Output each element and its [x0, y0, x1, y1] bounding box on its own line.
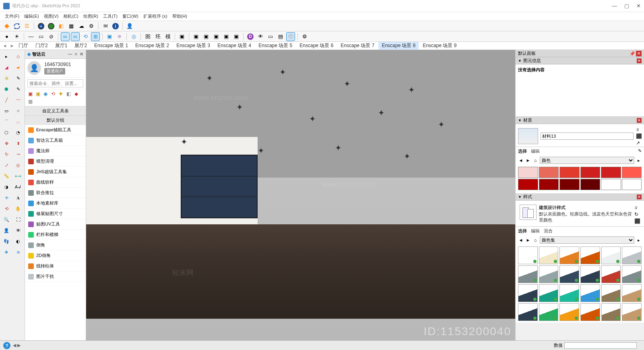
style-thumbnail[interactable]: [520, 205, 537, 220]
y-icon[interactable]: Ⓨ: [286, 32, 295, 41]
style-cell[interactable]: [539, 303, 559, 321]
style-cell[interactable]: [559, 265, 579, 283]
pencil-tool[interactable]: ✎: [13, 84, 23, 94]
style-cell[interactable]: [580, 265, 600, 283]
style-cell[interactable]: [622, 265, 642, 283]
style-cell[interactable]: [622, 284, 642, 302]
section-tool[interactable]: ◐: [13, 236, 23, 246]
style-cell[interactable]: [559, 246, 579, 264]
user-icon[interactable]: 👤: [125, 22, 134, 31]
scene-tab[interactable]: Enscape 场景 5: [255, 42, 295, 50]
plugin-item[interactable]: 曲线软样: [25, 177, 86, 188]
mail-icon[interactable]: ✉: [101, 22, 110, 31]
walk-tool[interactable]: 👣: [1, 236, 12, 246]
pin-icon[interactable]: 📌: [630, 51, 634, 56]
plugin-item[interactable]: 模型清理: [25, 156, 86, 167]
scale-tool[interactable]: ⤢: [1, 160, 12, 170]
position-cam-tool[interactable]: 👤: [1, 226, 12, 235]
mini-1-icon[interactable]: ▣: [27, 91, 33, 97]
zoom-tool[interactable]: 🔍: [1, 215, 12, 224]
style-cell[interactable]: [580, 246, 600, 264]
no-icon[interactable]: ⊘: [47, 32, 56, 41]
tree-icon[interactable]: [47, 22, 56, 31]
scene-prev[interactable]: <: [2, 43, 8, 48]
pie-tool[interactable]: ◔: [13, 128, 23, 137]
cam-4-icon[interactable]: ▣: [212, 32, 221, 41]
arc2-tool[interactable]: ⌓: [13, 117, 23, 126]
select-tool[interactable]: ▸: [1, 52, 12, 61]
menu-tools[interactable]: 工具(T): [101, 12, 120, 20]
axes-tool[interactable]: ✛: [1, 193, 12, 203]
tab-select[interactable]: 选择: [518, 228, 527, 234]
menu-view[interactable]: 视图(V): [41, 12, 61, 20]
enscape-icon[interactable]: [2, 22, 11, 31]
menu-extensions[interactable]: 扩展程序 (x): [141, 12, 170, 20]
ext-b-tool[interactable]: ≋: [13, 247, 23, 257]
plugin-item[interactable]: 2D倒角: [25, 251, 86, 261]
material-name-input[interactable]: [541, 133, 634, 140]
mini-4-icon[interactable]: ⟲: [50, 91, 56, 97]
avatar[interactable]: 👤: [27, 61, 41, 75]
home-icon[interactable]: ⌂: [533, 158, 538, 163]
color-swatch[interactable]: [580, 179, 601, 190]
style-cell[interactable]: [601, 265, 621, 283]
color-swatch[interactable]: [601, 167, 621, 178]
cam-6-icon[interactable]: ▣: [232, 32, 241, 41]
menu-window[interactable]: 窗口(W): [120, 12, 141, 20]
style-cell[interactable]: [539, 246, 559, 264]
help-icon[interactable]: ?: [3, 342, 10, 349]
styles-close-icon[interactable]: ✕: [637, 195, 642, 199]
color-swatch[interactable]: [622, 179, 642, 190]
vcb-input[interactable]: [564, 342, 637, 349]
info-icon[interactable]: i: [111, 22, 120, 31]
style-act-1-icon[interactable]: ઙ: [634, 205, 640, 210]
pushpull-tool[interactable]: ⬍: [13, 139, 23, 148]
color-swatch[interactable]: [539, 179, 559, 190]
materials-header[interactable]: ▼ 材质 ✕: [516, 117, 644, 124]
cloud-up-icon[interactable]: ☁: [77, 22, 86, 31]
style-cell[interactable]: [559, 303, 579, 321]
checker-icon[interactable]: ▦: [67, 22, 76, 31]
purple-d-icon[interactable]: D: [246, 32, 255, 41]
plugin-item[interactable]: 魔法师: [25, 146, 86, 156]
polygon-tool[interactable]: ⬠: [1, 128, 12, 137]
materials-close-icon[interactable]: ✕: [637, 118, 642, 123]
plugin-item[interactable]: 图片干扰: [25, 271, 86, 282]
viewport[interactable]: ✦✦ ✦✦ ✦✦ ✦✦ ✦✦ ✦✦ www.znzmo.com www.znzm…: [86, 50, 515, 340]
plugin-item[interactable]: 倒角: [25, 240, 86, 251]
menu-draw[interactable]: 绘图(R): [81, 12, 101, 20]
rect-icon[interactable]: ▭: [37, 32, 45, 41]
mat-pencil-icon[interactable]: ✎: [638, 148, 642, 154]
tab-edit[interactable]: 编辑: [531, 148, 540, 154]
scene-tab[interactable]: Enscape 场景 9: [419, 42, 460, 50]
wire-tool[interactable]: ⊗: [1, 73, 12, 83]
style-cell[interactable]: [601, 303, 621, 321]
style-cell[interactable]: [518, 265, 538, 283]
mat-prev[interactable]: ◄: [518, 158, 524, 163]
scene-tab[interactable]: 展厅1: [52, 42, 71, 50]
style-cell[interactable]: [622, 246, 642, 264]
text-tool[interactable]: A↲: [13, 182, 23, 192]
3dtext-tool[interactable]: 𝐀: [13, 193, 23, 203]
scene-tab[interactable]: Enscape 场景 4: [214, 42, 254, 50]
protractor-tool[interactable]: ◑: [1, 182, 12, 192]
style-prev[interactable]: ◄: [518, 238, 524, 242]
mat-action-2-icon[interactable]: ⬛: [636, 133, 642, 139]
color-swatch[interactable]: [601, 179, 621, 190]
scene-next[interactable]: >: [9, 43, 14, 48]
styles-dropdown[interactable]: 颜色集: [540, 236, 634, 244]
paint-tool[interactable]: ▰: [13, 62, 23, 72]
style-act-2-icon[interactable]: ↻: [634, 211, 640, 217]
color-swatch[interactable]: [539, 167, 559, 178]
style-cell[interactable]: [539, 284, 559, 302]
entity-close-icon[interactable]: ✕: [637, 58, 642, 63]
orbit-tool[interactable]: ⟲: [1, 204, 12, 213]
style-cell[interactable]: [559, 284, 579, 302]
lasso-tool[interactable]: ◇: [13, 52, 23, 61]
line-icon[interactable]: —: [27, 32, 35, 41]
scene-tab[interactable]: Enscape 场景 6: [296, 42, 336, 50]
cube-icon[interactable]: ◧: [57, 22, 66, 31]
mini-6-icon[interactable]: ◧: [66, 91, 71, 97]
component-tool[interactable]: ⬢: [1, 84, 12, 94]
line-tool[interactable]: ╱: [1, 95, 12, 105]
